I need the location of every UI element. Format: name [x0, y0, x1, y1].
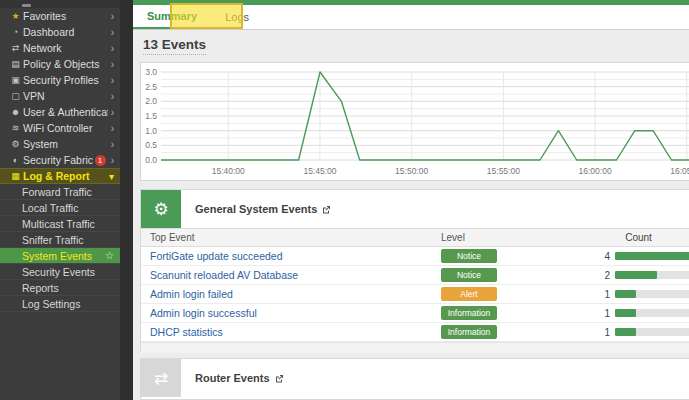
sidebar-item-favorites[interactable]: ★Favorites› [0, 8, 120, 24]
sidebar-subitem-label: Security Events [22, 266, 114, 278]
chart-icon: ▦ [8, 171, 23, 181]
table-footer [141, 342, 689, 353]
top-event-cell: Scanunit reloaded AV Database [141, 269, 441, 281]
level-badge: Information [441, 325, 497, 339]
chevron-right-icon: › [111, 123, 114, 134]
level-badge: Notice [441, 249, 497, 263]
sidebar-subitem-label: Log Settings [22, 298, 114, 310]
y-axis-tick-label: 3.0 [145, 67, 157, 77]
sidebar-item-security-profiles[interactable]: ▣Security Profiles› [0, 72, 120, 88]
count-bar-fill [615, 252, 689, 260]
chevron-right-icon: › [111, 75, 114, 86]
sidebar-subitem-label: Multicast Traffic [22, 218, 114, 230]
chevron-right-icon: › [111, 43, 114, 54]
external-link-icon[interactable] [275, 369, 284, 387]
star-icon: ★ [8, 11, 23, 21]
level-badge: Alert [441, 287, 497, 301]
level-cell: Information [441, 306, 581, 320]
level-cell: Information [441, 325, 581, 339]
sidebar-subitem-label: Sniffer Traffic [22, 234, 114, 246]
sidebar-item-label: User & Authentication [23, 106, 108, 118]
favorite-star-icon[interactable]: ☆ [105, 250, 114, 261]
sidebar-item-wifi-controller[interactable]: ≋WiFi Controller› [0, 120, 120, 136]
count-bar-cell [615, 290, 689, 298]
count-bar-fill [615, 290, 636, 298]
table-row: FortiGate update succeededNotice4 [141, 247, 689, 266]
network-icon: ⇄ [8, 43, 23, 53]
event-link[interactable]: DHCP statistics [150, 326, 223, 338]
sidebar-item-label: VPN [23, 90, 108, 102]
sidebar-item-label: WiFi Controller [23, 122, 108, 134]
event-link[interactable]: Admin login failed [150, 288, 233, 300]
level-cell: Notice [441, 268, 581, 282]
top-event-cell: DHCP statistics [141, 326, 441, 338]
count-value: 1 [581, 289, 615, 300]
table-header-row: Top Event Level Count [141, 228, 689, 247]
sidebar-subitem-local-traffic[interactable]: Local Traffic [0, 200, 120, 216]
widget-general-system-events: ⚙ General System Events Top Event Level … [140, 189, 689, 352]
events-count-heading: 13 Events [143, 37, 206, 55]
external-link-icon[interactable] [322, 200, 331, 218]
sidebar-subitem-forward-traffic[interactable]: Forward Traffic [0, 184, 120, 200]
widget-router-events: ⇄ Router Events [140, 358, 689, 400]
sidebar-item-system[interactable]: ⚙System› [0, 136, 120, 152]
count-value: 1 [581, 327, 615, 338]
sidebar-item-dashboard[interactable]: ◔Dashboard› [0, 24, 120, 40]
sidebar-item-label: Log & Report [23, 170, 106, 182]
sidebar-item-vpn[interactable]: ▢VPN› [0, 88, 120, 104]
chevron-right-icon: › [111, 11, 114, 22]
x-axis-tick-label: 16:00:00 [579, 166, 612, 176]
x-axis-tick-label: 15:45:00 [303, 166, 336, 176]
gear-icon: ⚙ [8, 139, 23, 149]
count-bar-fill [615, 309, 636, 317]
y-axis-tick-label: 1.5 [145, 111, 157, 121]
sidebar-item-policy-objects[interactable]: ▤Policy & Objects› [0, 56, 120, 72]
sidebar-scrolled-partial-item [0, 0, 120, 8]
table-row: Scanunit reloaded AV DatabaseNotice2 [141, 266, 689, 285]
event-link[interactable]: Scanunit reloaded AV Database [150, 269, 298, 281]
table-body: FortiGate update succeededNotice4Scanuni… [141, 247, 689, 342]
table-row: DHCP statisticsInformation1 [141, 323, 689, 342]
sidebar-item-user-authentication[interactable]: ☻User & Authentication› [0, 104, 120, 120]
count-bar-fill [615, 328, 636, 336]
chevron-right-icon: › [111, 59, 114, 70]
widget-header: ⚙ General System Events [141, 190, 689, 228]
sidebar-subitem-system-events[interactable]: System Events☆ [0, 248, 120, 264]
line-chart-svg: 15:40:0015:45:0015:50:0015:55:0016:00:00… [141, 63, 689, 180]
user-icon: ☻ [8, 107, 23, 117]
sidebar-subitem-log-settings[interactable]: Log Settings [0, 296, 120, 312]
sidebar-subitem-sniffer-traffic[interactable]: Sniffer Traffic [0, 232, 120, 248]
event-link[interactable]: FortiGate update succeeded [150, 250, 283, 262]
sidebar-subitem-label: Reports [22, 282, 114, 294]
table-row: Admin login successfulInformation1 [141, 304, 689, 323]
y-axis-tick-label: 0.5 [145, 140, 157, 150]
shield-icon: ▣ [8, 75, 23, 85]
y-axis-tick-label: 2.5 [145, 82, 157, 92]
monitor-icon: ▢ [8, 91, 23, 101]
level-badge: Information [441, 306, 497, 320]
sidebar-item-label: Security Profiles [23, 74, 108, 86]
sidebar-subitem-reports[interactable]: Reports [0, 280, 120, 296]
sidebar-item-label: Policy & Objects [23, 58, 108, 70]
sidebar-subitem-label: Forward Traffic [22, 186, 114, 198]
sidebar-item-label: Dashboard [23, 26, 108, 38]
sidebar-item-security-fabric[interactable]: ◐Security Fabric1› [0, 152, 120, 168]
chevron-right-icon: › [111, 107, 114, 118]
globe-icon: ◐ [8, 155, 23, 165]
gauge-icon: ◔ [8, 27, 23, 37]
chevron-down-icon: ▾ [109, 171, 114, 182]
notification-badge: 1 [95, 155, 106, 166]
sidebar-item-network[interactable]: ⇄Network› [0, 40, 120, 56]
count-bar-cell [615, 252, 689, 260]
y-axis-tick-label: 1.0 [145, 126, 157, 136]
level-badge: Notice [441, 268, 497, 282]
event-link[interactable]: Admin login successful [150, 307, 257, 319]
count-value: 2 [581, 270, 615, 281]
sidebar-item-log-report[interactable]: ▦Log & Report▾ [0, 168, 120, 184]
sidebar-subitem-security-events[interactable]: Security Events [0, 264, 120, 280]
top-event-cell: Admin login successful [141, 307, 441, 319]
table-row: Admin login failedAlert1 [141, 285, 689, 304]
content-pane: Summary Logs 13 Events 15:40:0015:45:001… [133, 0, 689, 400]
sidebar-subitem-multicast-traffic[interactable]: Multicast Traffic [0, 216, 120, 232]
count-value: 1 [581, 308, 615, 319]
